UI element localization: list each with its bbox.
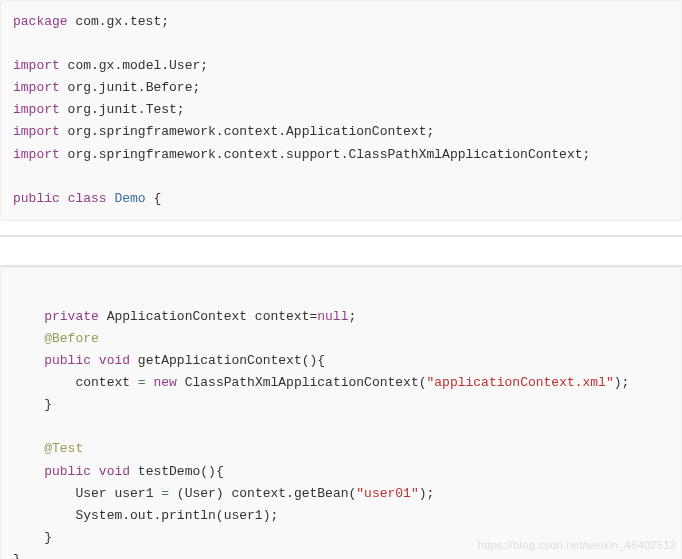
keyword-null: null bbox=[317, 309, 348, 324]
code-block-1: package com.gx.test; import com.gx.model… bbox=[0, 0, 682, 221]
keyword-class: class bbox=[68, 191, 107, 206]
watermark-text: https://blog.csdn.net/weixin_46402513 bbox=[478, 536, 676, 555]
code-screenshot: package com.gx.test; import com.gx.model… bbox=[0, 0, 682, 559]
keyword-public: public bbox=[44, 353, 91, 368]
code-block-2: private ApplicationContext context=null;… bbox=[0, 267, 682, 559]
keyword-import: import bbox=[13, 147, 60, 162]
keyword-private: private bbox=[44, 309, 99, 324]
keyword-public: public bbox=[44, 464, 91, 479]
operator-assign: = bbox=[161, 486, 169, 501]
keyword-import: import bbox=[13, 124, 60, 139]
block-gap bbox=[0, 235, 682, 265]
keyword-import: import bbox=[13, 80, 60, 95]
keyword-import: import bbox=[13, 58, 60, 73]
code-content-2: private ApplicationContext context=null;… bbox=[13, 306, 669, 559]
keyword-import: import bbox=[13, 102, 60, 117]
operator-assign: = bbox=[138, 375, 146, 390]
string-literal: "user01" bbox=[356, 486, 418, 501]
class-name: Demo bbox=[114, 191, 145, 206]
keyword-void: void bbox=[99, 353, 130, 368]
code-content-1: package com.gx.test; import com.gx.model… bbox=[13, 11, 669, 210]
annotation-test: @Test bbox=[44, 441, 83, 456]
keyword-package: package bbox=[13, 14, 68, 29]
string-literal: "applicationContext.xml" bbox=[427, 375, 614, 390]
keyword-public: public bbox=[13, 191, 60, 206]
keyword-new: new bbox=[153, 375, 176, 390]
keyword-void: void bbox=[99, 464, 130, 479]
annotation-before: @Before bbox=[44, 331, 99, 346]
